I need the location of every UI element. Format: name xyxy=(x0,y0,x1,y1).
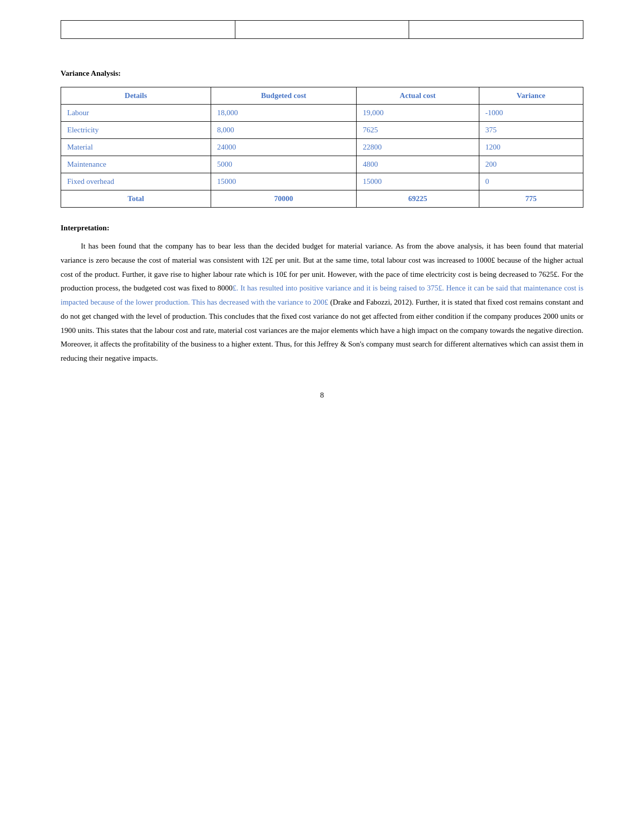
cell-labour-variance: -1000 xyxy=(479,105,583,122)
cell-material-variance: 1200 xyxy=(479,139,583,156)
variance-table: Details Budgeted cost Actual cost Varian… xyxy=(61,87,583,208)
cell-material-actual: 22800 xyxy=(357,139,479,156)
cell-material-budgeted: 24000 xyxy=(211,139,357,156)
cell-total-variance: 775 xyxy=(479,190,583,208)
cell-total-budgeted: 70000 xyxy=(211,190,357,208)
col-header-details: Details xyxy=(61,87,211,105)
cell-total-label: Total xyxy=(61,190,211,208)
cell-fixedoverhead-actual: 15000 xyxy=(357,173,479,190)
cell-electricity-budgeted: 8,000 xyxy=(211,122,357,139)
cell-fixedoverhead-budgeted: 15000 xyxy=(211,173,357,190)
cell-maintenance-budgeted: 5000 xyxy=(211,156,357,173)
interpretation-section: Interpretation: It has been found that t… xyxy=(61,224,583,366)
table-row: Material 24000 22800 1200 xyxy=(61,139,583,156)
cell-electricity-variance: 375 xyxy=(479,122,583,139)
table-footer-row: Total 70000 69225 775 xyxy=(61,190,583,208)
col-header-budgeted: Budgeted cost xyxy=(211,87,357,105)
page-number: 8 xyxy=(61,391,583,400)
table-row: Electricity 8,000 7625 375 xyxy=(61,122,583,139)
top-cell-2 xyxy=(235,21,409,39)
cell-maintenance-details: Maintenance xyxy=(61,156,211,173)
cell-labour-budgeted: 18,000 xyxy=(211,105,357,122)
interpretation-black-text-2: (Drake and Fabozzi, 2012). Further, it i… xyxy=(61,298,583,362)
variance-analysis-section: Variance Analysis: Details Budgeted cost… xyxy=(61,69,583,208)
col-header-variance: Variance xyxy=(479,87,583,105)
interpretation-paragraph: It has been found that the company has t… xyxy=(61,239,583,366)
table-row: Labour 18,000 19,000 -1000 xyxy=(61,105,583,122)
cell-labour-details: Labour xyxy=(61,105,211,122)
top-empty-table xyxy=(61,20,583,39)
top-cell-1 xyxy=(61,21,235,39)
variance-analysis-title: Variance Analysis: xyxy=(61,69,583,78)
cell-maintenance-actual: 4800 xyxy=(357,156,479,173)
interpretation-title: Interpretation: xyxy=(61,224,583,232)
cell-total-actual: 69225 xyxy=(357,190,479,208)
table-row: Fixed overhead 15000 15000 0 xyxy=(61,173,583,190)
cell-labour-actual: 19,000 xyxy=(357,105,479,122)
cell-electricity-actual: 7625 xyxy=(357,122,479,139)
table-header-row: Details Budgeted cost Actual cost Varian… xyxy=(61,87,583,105)
cell-maintenance-variance: 200 xyxy=(479,156,583,173)
cell-electricity-details: Electricity xyxy=(61,122,211,139)
col-header-actual: Actual cost xyxy=(357,87,479,105)
cell-fixedoverhead-variance: 0 xyxy=(479,173,583,190)
top-cell-3 xyxy=(409,21,583,39)
cell-fixedoverhead-details: Fixed overhead xyxy=(61,173,211,190)
cell-material-details: Material xyxy=(61,139,211,156)
interpretation-body: It has been found that the company has t… xyxy=(61,239,583,366)
table-row: Maintenance 5000 4800 200 xyxy=(61,156,583,173)
